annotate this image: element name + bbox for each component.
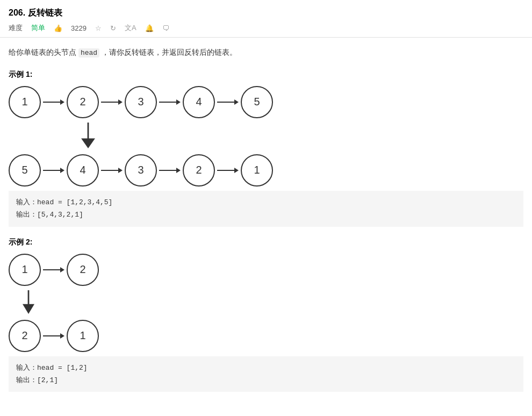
difficulty-label: 难度 — [9, 23, 23, 33]
example2-section: 示例 2: 1 2 — [9, 238, 523, 392]
arrow-1-2 — [43, 97, 64, 107]
example1-input: 输入：head = [1,2,3,4,5] — [16, 196, 516, 209]
translate-icon[interactable]: 文A — [125, 23, 136, 33]
svg-marker-7 — [234, 99, 239, 105]
example1-code: 输入：head = [1,2,3,4,5] 输出：[5,4,3,2,1] — [9, 191, 523, 227]
comment-icon[interactable]: 🗨 — [162, 24, 169, 32]
example1-after-chain: 5 4 3 — [9, 154, 523, 187]
svg-marker-17 — [234, 168, 239, 173]
svg-marker-13 — [118, 168, 123, 173]
arrow-2-3 — [101, 97, 123, 107]
example2-arrow-down — [9, 290, 523, 315]
refresh-icon[interactable]: ↻ — [110, 24, 116, 32]
problem-meta: 难度 简单 👍 3229 ☆ ↻ 文A 🔔 🗨 — [9, 23, 523, 33]
example1-output: 输出：[5,4,3,2,1] — [16, 209, 516, 221]
problem-description: 给你单链表的头节点 head ，请你反转链表，并返回反转后的链表。 — [9, 46, 523, 59]
arrow-4-5 — [217, 97, 239, 107]
example2-input: 输入：head = [1,2] — [16, 362, 516, 374]
rarrow-3-2 — [159, 165, 181, 176]
svg-marker-1 — [60, 99, 64, 105]
e2-arrow-1-2 — [43, 264, 64, 275]
node-1: 1 — [9, 86, 41, 118]
example2-code: 输入：head = [1,2] 输出：[2,1] — [9, 356, 523, 392]
example2-output: 输出：[2,1] — [16, 374, 516, 386]
example2-title: 示例 2: — [9, 238, 523, 247]
example2-after-chain: 2 1 — [9, 320, 523, 352]
example1-diagram: 1 2 3 — [9, 86, 523, 187]
svg-marker-11 — [60, 168, 64, 173]
rnode-5: 5 — [9, 154, 41, 187]
rarrow-5-4 — [43, 165, 64, 176]
svg-marker-23 — [60, 333, 64, 339]
rarrow-2-1 — [217, 165, 239, 176]
rnode-2: 2 — [183, 154, 215, 187]
rnode-1: 1 — [241, 154, 273, 187]
node-4: 4 — [183, 86, 215, 118]
svg-marker-5 — [176, 99, 181, 105]
node-5: 5 — [241, 86, 273, 118]
svg-marker-15 — [176, 168, 181, 173]
svg-marker-21 — [23, 304, 34, 313]
likes-count: 3229 — [71, 24, 87, 32]
star-icon[interactable]: ☆ — [95, 24, 102, 32]
code-head: head — [78, 48, 99, 58]
rnode-3: 3 — [125, 154, 157, 187]
e2-rnode-2: 2 — [9, 320, 41, 352]
difficulty-value: 简单 — [31, 23, 45, 33]
example1-title: 示例 1: — [9, 70, 523, 80]
thumbup-icon[interactable]: 👍 — [54, 24, 62, 32]
example2-diagram: 1 2 2 — [9, 254, 523, 352]
e2-rnode-1: 1 — [67, 320, 99, 352]
example2-before-chain: 1 2 — [9, 254, 523, 286]
e2-node-1: 1 — [9, 254, 41, 286]
node-2: 2 — [67, 86, 99, 118]
problem-header: 206. 反转链表 难度 简单 👍 3229 ☆ ↻ 文A 🔔 🗨 — [0, 0, 532, 38]
problem-content: 给你单链表的头节点 head ，请你反转链表，并返回反转后的链表。 示例 1: … — [0, 38, 532, 411]
rnode-4: 4 — [67, 154, 99, 187]
example1-arrow-down — [9, 123, 523, 150]
svg-marker-3 — [118, 99, 123, 105]
svg-marker-19 — [60, 267, 64, 272]
example1-before-chain: 1 2 3 — [9, 86, 523, 118]
problem-title: 206. 反转链表 — [9, 8, 523, 19]
bell-icon[interactable]: 🔔 — [145, 24, 154, 32]
svg-marker-9 — [81, 138, 95, 148]
arrow-3-4 — [159, 97, 181, 107]
node-3: 3 — [125, 86, 157, 118]
e2-rarrow-2-1 — [43, 331, 64, 341]
example1-section: 示例 1: 1 2 3 — [9, 70, 523, 227]
e2-node-2: 2 — [67, 254, 99, 286]
rarrow-4-3 — [101, 165, 123, 176]
